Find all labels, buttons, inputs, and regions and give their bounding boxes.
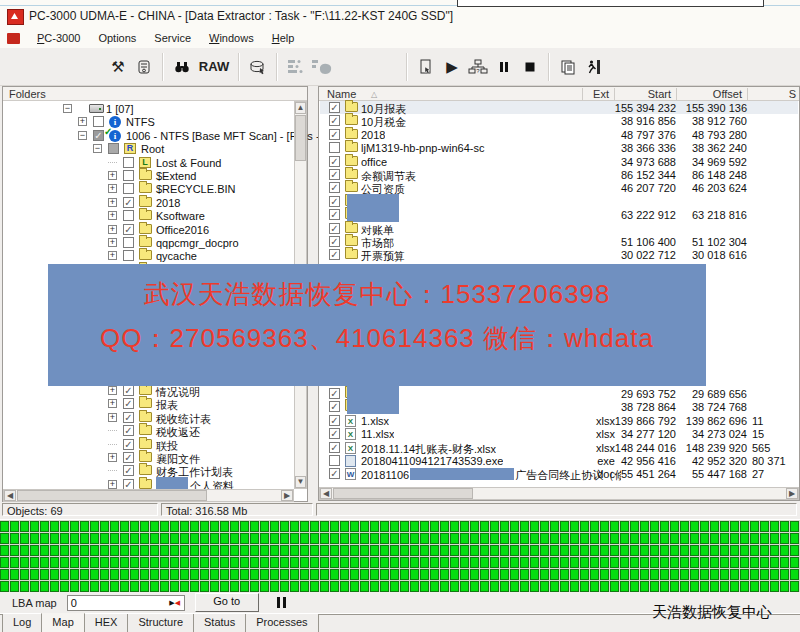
lba-map-cell[interactable] [350, 521, 359, 532]
lba-map-cell[interactable] [400, 581, 409, 592]
file-checkbox[interactable]: ✓ [329, 428, 340, 439]
lba-map-cell[interactable] [540, 533, 549, 544]
tree-item[interactable]: +$Extend [3, 169, 291, 182]
lba-map-cell[interactable] [330, 569, 339, 580]
tree-expander-icon[interactable]: + [108, 453, 117, 462]
lba-map-cell[interactable] [180, 569, 189, 580]
lba-map-cell[interactable] [260, 557, 269, 568]
lba-map-cell[interactable] [50, 581, 59, 592]
lba-map-cell[interactable] [730, 557, 739, 568]
column-header-size[interactable]: S [789, 88, 796, 100]
lba-map-cell[interactable] [700, 545, 709, 556]
file-row[interactable]: ✓X1.xlsxxlsx139 866 792139 862 69611 [320, 414, 798, 427]
lba-map-cell[interactable] [160, 581, 169, 592]
lba-map-cell[interactable] [600, 521, 609, 532]
lba-map-cell[interactable] [60, 545, 69, 556]
lba-map-cell[interactable] [170, 581, 179, 592]
lba-map-cell[interactable] [30, 557, 39, 568]
lba-map-cell[interactable] [490, 545, 499, 556]
lba-map-cell[interactable] [240, 533, 249, 544]
file-checkbox[interactable] [329, 455, 340, 466]
lba-map-cell[interactable] [560, 521, 569, 532]
tree-item[interactable]: ✓财务工作计划表 [3, 464, 291, 477]
lba-map-cell[interactable] [450, 569, 459, 580]
lba-map-cell[interactable] [610, 545, 619, 556]
lba-map-cell[interactable] [480, 581, 489, 592]
lba-map-cell[interactable] [140, 557, 149, 568]
lba-map-cell[interactable] [230, 569, 239, 580]
tree-item[interactable]: +✓襄阳文件 [3, 451, 291, 464]
file-row[interactable]: ✓63 222 91263 218 816 [320, 208, 798, 221]
lba-map-cell[interactable] [60, 569, 69, 580]
lba-map-cell[interactable] [740, 521, 749, 532]
file-row[interactable]: ✓office34 973 68834 969 592 [320, 155, 798, 168]
lba-input-value[interactable]: 0 [71, 597, 77, 609]
lba-map-cell[interactable] [300, 533, 309, 544]
lba-map-cell[interactable] [120, 557, 129, 568]
file-checkbox[interactable] [329, 142, 340, 153]
lba-map-cell[interactable] [60, 557, 69, 568]
tree-checkbox[interactable] [93, 116, 104, 127]
lba-map-cell[interactable] [450, 581, 459, 592]
lba-map-cell[interactable] [120, 569, 129, 580]
tree-checkbox[interactable] [108, 143, 119, 154]
tab-hex[interactable]: HEX [84, 614, 129, 632]
lba-map-cell[interactable] [320, 533, 329, 544]
menu-item-windows[interactable]: Windows [200, 30, 263, 46]
lba-map-cell[interactable] [470, 533, 479, 544]
lba-map-cell[interactable] [720, 521, 729, 532]
lba-map-cell[interactable] [680, 581, 689, 592]
lba-map-cell[interactable] [480, 557, 489, 568]
lba-map-cell[interactable] [220, 557, 229, 568]
lba-map-cell[interactable] [0, 557, 9, 568]
lba-map-cell[interactable] [640, 581, 649, 592]
lba-map-cell[interactable] [410, 569, 419, 580]
lba-map-cell[interactable] [740, 533, 749, 544]
lba-map-cell[interactable] [230, 557, 239, 568]
lba-map-cell[interactable] [580, 569, 589, 580]
column-header-offset[interactable]: Offset [713, 88, 742, 100]
lba-map-cell[interactable] [510, 521, 519, 532]
lba-map-cell[interactable] [750, 557, 759, 568]
lba-map-cell[interactable] [590, 521, 599, 532]
lba-map-cell[interactable] [370, 569, 379, 580]
lba-map-cell[interactable] [580, 545, 589, 556]
lba-map-cell[interactable] [740, 569, 749, 580]
lba-map-cell[interactable] [370, 533, 379, 544]
lba-map-cell[interactable] [790, 569, 799, 580]
lba-map-cell[interactable] [140, 521, 149, 532]
lba-map-cell[interactable] [420, 569, 429, 580]
lba-map-cell[interactable] [150, 557, 159, 568]
tree-expander-icon[interactable]: + [108, 238, 117, 247]
lba-map-cell[interactable] [590, 581, 599, 592]
scroll-down-arrow-icon[interactable]: ▼ [295, 476, 306, 488]
lba-map-cell[interactable] [170, 557, 179, 568]
lba-map-cell[interactable] [530, 569, 539, 580]
lba-map-cell[interactable] [70, 569, 79, 580]
file-row[interactable]: ✓开票预算30 022 71230 018 616 [320, 248, 798, 261]
tree-checkbox[interactable]: ✓ [123, 197, 134, 208]
lba-map-cell[interactable] [300, 521, 309, 532]
lba-map-cell[interactable] [480, 545, 489, 556]
lba-map-cell[interactable] [270, 545, 279, 556]
lba-map-cell[interactable] [0, 569, 9, 580]
lba-map-cell[interactable] [760, 557, 769, 568]
tab-log[interactable]: Log [2, 614, 42, 632]
lba-map-cell[interactable] [10, 557, 19, 568]
lba-map-cell[interactable] [100, 569, 109, 580]
lba-map-cell[interactable] [410, 533, 419, 544]
lba-map-cell[interactable] [260, 533, 269, 544]
lba-map-cell[interactable] [430, 533, 439, 544]
lba-map-cell[interactable] [510, 557, 519, 568]
lba-map-cell[interactable] [510, 581, 519, 592]
lba-map-cell[interactable] [470, 545, 479, 556]
lba-map-cell[interactable] [270, 569, 279, 580]
lba-map-cell[interactable] [270, 533, 279, 544]
lba-map-cell[interactable] [270, 557, 279, 568]
lba-map-cell[interactable] [500, 521, 509, 532]
lba-map-cell[interactable] [300, 545, 309, 556]
file-checkbox[interactable]: ✓ [329, 196, 340, 207]
lba-map-cell[interactable] [660, 533, 669, 544]
lba-map-cell[interactable] [760, 545, 769, 556]
file-checkbox[interactable]: ✓ [329, 415, 340, 426]
